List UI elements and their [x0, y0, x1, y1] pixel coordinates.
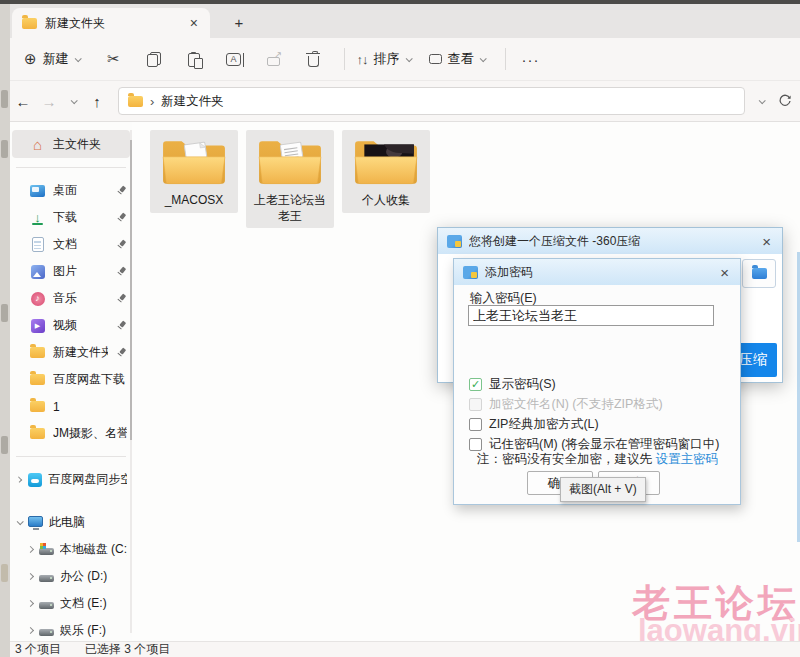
back-button[interactable]: ←: [10, 93, 36, 110]
cut-button[interactable]: ✂: [102, 47, 126, 71]
copy-button[interactable]: [142, 47, 166, 71]
tab-new-folder[interactable]: 新建文件夹 ×: [12, 8, 210, 38]
sidebar-item-jm[interactable]: JM摄影、名誉伴: [10, 420, 132, 447]
encrypt-filenames-checkbox: 加密文件名(N) (不支持ZIP格式): [469, 394, 720, 414]
chevron-right-icon[interactable]: [16, 476, 23, 483]
checkbox-label: 显示密码(S): [489, 376, 556, 393]
home-icon: ⌂: [30, 137, 45, 152]
separator: [505, 48, 506, 70]
rename-icon: A: [226, 53, 241, 66]
share-button[interactable]: ↗: [262, 47, 286, 71]
recent-locations-button[interactable]: [62, 99, 84, 104]
forward-button[interactable]: →: [36, 93, 62, 110]
compress-dialog-titlebar[interactable]: 您将创建一个压缩文件 -360压缩 ×: [438, 228, 782, 254]
sidebar-item-home[interactable]: ⌂ 主文件夹: [12, 130, 130, 158]
pin-icon: [116, 185, 127, 196]
show-password-checkbox[interactable]: ✓ 显示密码(S): [469, 374, 720, 394]
set-master-password-link[interactable]: 设置主密码: [655, 452, 718, 466]
drive-icon: [39, 623, 54, 638]
tab-close-icon[interactable]: ×: [188, 16, 200, 30]
password-input[interactable]: [468, 305, 714, 326]
add-password-titlebar[interactable]: 添加密码 ×: [454, 259, 740, 285]
this-pc-icon: [28, 515, 43, 530]
sidebar-item-drive-e[interactable]: 文档 (E:): [10, 590, 132, 617]
sidebar-item-documents[interactable]: 文档: [10, 231, 132, 258]
folder-icon: [22, 18, 37, 29]
sidebar-item-1[interactable]: 1: [10, 393, 132, 420]
chevron-right-icon[interactable]: [27, 546, 34, 553]
new-button[interactable]: ⊕ 新建: [24, 50, 80, 68]
sort-button[interactable]: ↑↓ 排序: [357, 50, 411, 68]
sidebar-item-drive-f[interactable]: 娱乐 (F:): [10, 617, 132, 641]
navigation-pane: ⌂ 主文件夹 桌面 ↓ 下载 文档 图片 ♪ 音乐: [10, 122, 132, 641]
paste-icon: [188, 53, 200, 67]
chevron-down-icon: [70, 97, 77, 104]
chevron-down-icon[interactable]: [17, 518, 24, 525]
folder-tile-macosx[interactable]: _MACOSX: [150, 130, 238, 213]
delete-button[interactable]: [302, 47, 326, 71]
sidebar-item-baidu-sync[interactable]: 百度网盘同步空间: [10, 466, 132, 493]
sidebar-item-new-folder[interactable]: 新建文件夹: [10, 339, 132, 366]
folder-tile-personal[interactable]: 个人收集: [342, 130, 430, 213]
screenshot-tooltip: 截图(Alt + V): [560, 477, 646, 502]
breadcrumb-path[interactable]: 新建文件夹: [161, 93, 224, 110]
paste-button[interactable]: [182, 47, 206, 71]
close-icon[interactable]: ×: [760, 234, 773, 249]
folder-icon: [30, 347, 45, 358]
zip-classic-encryption-checkbox[interactable]: ZIP经典加密方式(L): [469, 414, 720, 434]
folder-icon: [30, 401, 45, 412]
trash-icon: [308, 56, 319, 67]
sidebar-item-downloads[interactable]: ↓ 下载: [10, 204, 132, 231]
sidebar-item-desktop[interactable]: 桌面: [10, 177, 132, 204]
checkbox-label: 加密文件名(N) (不支持ZIP格式): [489, 396, 663, 413]
sidebar-item-music[interactable]: ♪ 音乐: [10, 285, 132, 312]
zip-app-icon: [463, 266, 478, 279]
folder-icon: [128, 96, 143, 107]
sidebar-item-pictures[interactable]: 图片: [10, 258, 132, 285]
sidebar-item-drive-c[interactable]: 本地磁盘 (C:): [10, 536, 132, 563]
chevron-right-icon[interactable]: [27, 573, 34, 580]
up-button[interactable]: ↑: [84, 93, 110, 110]
separator: [344, 48, 345, 70]
compress-dialog-title: 您将创建一个压缩文件 -360压缩: [469, 233, 753, 250]
separator: [16, 456, 126, 457]
new-tab-button[interactable]: +: [228, 11, 250, 33]
folder-icon: [30, 374, 45, 385]
browse-folder-button[interactable]: [742, 259, 776, 288]
view-icon: [429, 54, 442, 64]
scrollbar[interactable]: [130, 130, 132, 633]
new-button-label: 新建: [43, 50, 69, 68]
refresh-button[interactable]: [778, 94, 792, 108]
explorer-window: 新建文件夹 × + ⊕ 新建 ✂ A ↗ ↑↓ 排序 查看 ···: [0, 0, 800, 657]
close-icon[interactable]: ×: [718, 265, 731, 280]
plus-icon: ⊕: [24, 50, 37, 68]
view-button[interactable]: 查看: [429, 50, 485, 68]
address-dropdown-icon[interactable]: [759, 97, 766, 104]
rename-button[interactable]: A: [222, 47, 246, 71]
sidebar-item-this-pc[interactable]: 此电脑: [10, 509, 132, 536]
chevron-down-icon: [479, 55, 486, 62]
checkbox-icon[interactable]: [469, 418, 482, 431]
selected-count: 已选择 3 个项目: [85, 641, 170, 657]
checkbox-icon[interactable]: [469, 438, 482, 451]
sidebar-item-videos[interactable]: ▶ 视频: [10, 312, 132, 339]
folder-tile-laowang[interactable]: 上老王论坛当老王: [246, 130, 334, 228]
copy-icon: [147, 52, 161, 67]
checkbox-checked-icon[interactable]: ✓: [469, 378, 482, 391]
separator: [16, 167, 126, 168]
more-button[interactable]: ···: [522, 51, 540, 68]
chevron-right-icon[interactable]: [27, 600, 34, 607]
sidebar-item-baidu-download[interactable]: 百度网盘下载: [10, 366, 132, 393]
refresh-icon: [778, 94, 792, 108]
item-count: 3 个项目: [15, 641, 61, 657]
command-toolbar: ⊕ 新建 ✂ A ↗ ↑↓ 排序 查看 ···: [10, 38, 800, 80]
sidebar-item-drive-d[interactable]: 办公 (D:): [10, 563, 132, 590]
cloud-sync-icon: [27, 472, 42, 487]
pictures-icon: [30, 264, 45, 279]
view-button-label: 查看: [448, 50, 474, 68]
pin-icon: [116, 266, 127, 277]
desktop-icon: [30, 183, 45, 198]
chevron-right-icon[interactable]: [27, 627, 34, 634]
folder-with-document-icon: [161, 136, 227, 190]
breadcrumb[interactable]: › 新建文件夹: [118, 87, 745, 115]
